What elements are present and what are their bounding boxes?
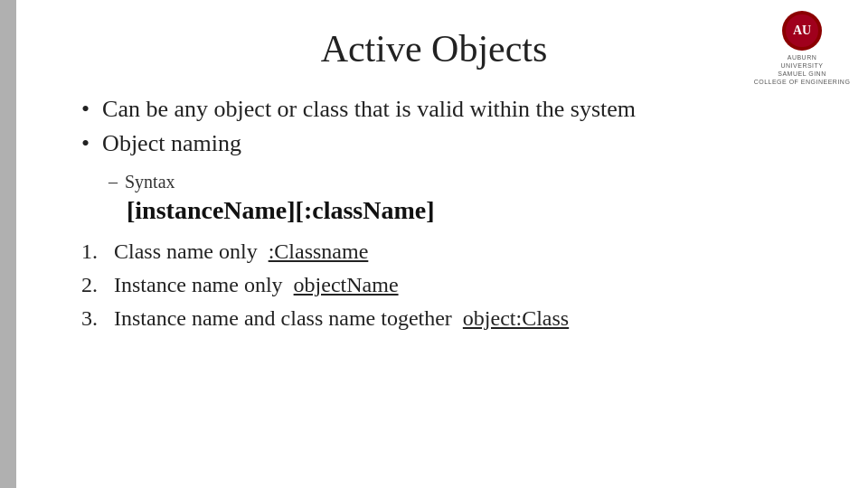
left-decorative-bar — [0, 0, 16, 488]
numbered-list: 1. Class name only :Classname 2. Instanc… — [81, 239, 814, 331]
item-2-example: objectName — [294, 273, 399, 296]
item-1-example: :Classname — [269, 239, 369, 263]
num-2: 2. — [81, 273, 114, 297]
slide-title: Active Objects — [54, 27, 814, 70]
numbered-item-2: 2. Instance name only objectName — [81, 273, 814, 297]
logo-circle: AU — [782, 11, 822, 51]
item-3-example: object:Class — [463, 306, 569, 330]
item-3-text: Instance name and class name together — [114, 306, 452, 330]
bullet-item-2: Object naming — [81, 130, 814, 157]
numbered-item-1: 1. Class name only :Classname — [81, 239, 814, 264]
bullet-list: Can be any object or class that is valid… — [81, 96, 814, 157]
num-1: 1. — [81, 239, 114, 264]
num-3: 3. — [81, 306, 114, 331]
logo-initials: AU — [793, 23, 811, 38]
syntax-label: Syntax — [108, 172, 814, 192]
bullet-item-1: Can be any object or class that is valid… — [81, 96, 814, 123]
logo-circle-inner: AU — [786, 14, 818, 47]
syntax-section: Syntax [instanceName][:className] — [108, 172, 814, 225]
item-1-text: Class name only — [114, 239, 258, 263]
logo-university-name: AUBURN UNIVERSITY SAMUEL GINN COLLEGE OF… — [754, 53, 851, 86]
slide: AU AUBURN UNIVERSITY SAMUEL GINN COLLEGE… — [0, 0, 868, 488]
item-2-text: Instance name only — [114, 273, 283, 296]
syntax-code: [instanceName][:className] — [127, 196, 814, 225]
university-logo: AU AUBURN UNIVERSITY SAMUEL GINN COLLEGE… — [752, 11, 852, 86]
numbered-item-3: 3. Instance name and class name together… — [81, 306, 814, 331]
